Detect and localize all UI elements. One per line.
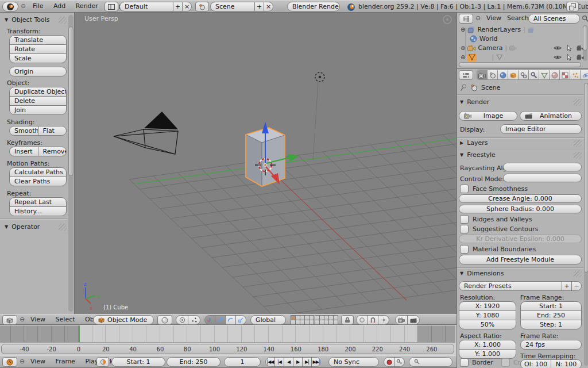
smooth-button[interactable]: Smooth: [9, 126, 38, 136]
layer-cell[interactable]: [310, 316, 314, 320]
layer-cell[interactable]: [300, 316, 304, 320]
panel-grip[interactable]: [59, 17, 67, 24]
translate-manipulator-toggle[interactable]: [215, 315, 226, 325]
selectable-cursor-icon[interactable]: [566, 45, 572, 52]
remove-preset-button[interactable]: −: [571, 281, 582, 291]
current-frame-field[interactable]: 1: [224, 357, 261, 367]
tab-world[interactable]: [497, 70, 508, 80]
tool-shelf-scrollbar[interactable]: [68, 26, 74, 176]
layer-cell[interactable]: [324, 316, 328, 320]
play-reverse-button[interactable]: ◀: [284, 357, 293, 367]
layer-cell[interactable]: [334, 320, 338, 324]
duplicate-window-button[interactable]: [566, 2, 579, 12]
remap-old-field[interactable]: Ol: 100: [520, 359, 551, 368]
tab-object-data[interactable]: [539, 70, 549, 80]
tab-texture[interactable]: [559, 70, 570, 80]
face-smoothness-checkbox[interactable]: [460, 185, 469, 193]
panel-grip[interactable]: [574, 140, 582, 147]
visibility-eye-icon[interactable]: [554, 55, 562, 60]
outliner-scope-selector[interactable]: All Scenes: [528, 14, 580, 24]
breadcrumb-scene[interactable]: Scene: [481, 84, 501, 91]
prev-keyframe-button[interactable]: |◀: [274, 357, 284, 367]
expand-icon[interactable]: ⊕: [461, 54, 465, 60]
autokey-mode-button[interactable]: [394, 357, 405, 367]
keying-set-selector[interactable]: [409, 357, 452, 367]
menu-select[interactable]: Select: [52, 314, 79, 325]
outliner-row-world[interactable]: World: [470, 34, 585, 43]
camera-object[interactable]: [114, 112, 178, 154]
resolution-percentage-slider[interactable]: 50%: [459, 320, 516, 329]
outliner-h-scrollbar[interactable]: [459, 62, 581, 67]
layer-cell[interactable]: [324, 320, 328, 324]
outliner-v-scrollbar[interactable]: [583, 25, 587, 51]
jump-to-start-button[interactable]: |◀◀: [265, 357, 275, 367]
mode-selector[interactable]: Object Mode: [93, 315, 154, 325]
duplicate-objects-button[interactable]: Duplicate Objects: [9, 87, 67, 97]
ridges-valleys-checkbox[interactable]: [460, 215, 469, 224]
layer-cell[interactable]: [291, 316, 295, 320]
panel-grip[interactable]: [574, 152, 582, 159]
join-button[interactable]: Join: [9, 105, 67, 115]
sync-mode-selector[interactable]: No Sync: [328, 357, 379, 367]
resolution-x-field[interactable]: X: 1920: [459, 301, 516, 311]
crease-angle-slider[interactable]: Crease Angle: 0.000: [459, 194, 582, 203]
collapse-menus-icon[interactable]: ⊖: [20, 316, 25, 323]
play-button[interactable]: ▶: [293, 357, 303, 367]
layer-cell[interactable]: [296, 316, 300, 320]
visibility-eye-icon[interactable]: [554, 45, 562, 51]
add-preset-button[interactable]: +: [562, 281, 572, 291]
snap-element-selector[interactable]: [378, 315, 389, 325]
tab-render[interactable]: [477, 70, 487, 80]
scale-button[interactable]: Scale: [9, 53, 67, 63]
suggestive-contours-checkbox[interactable]: [460, 225, 469, 233]
properties-scrollbar[interactable]: [584, 83, 588, 273]
layer-grid-2[interactable]: [315, 315, 338, 325]
layer-grid-1[interactable]: [291, 315, 314, 325]
screen-layout-icon-button[interactable]: [105, 2, 118, 12]
menu-view[interactable]: View: [26, 356, 49, 367]
menu-file[interactable]: File: [29, 1, 47, 12]
view-rotate-widget[interactable]: [443, 16, 451, 24]
pin-icon[interactable]: [460, 84, 467, 91]
delete-layout-button[interactable]: ×: [182, 2, 192, 12]
tab-object[interactable]: [508, 70, 518, 80]
layer-cell[interactable]: [315, 316, 319, 320]
tab-physics[interactable]: [580, 70, 588, 80]
proportional-edit-toggle[interactable]: [356, 315, 368, 325]
outliner-row-mesh[interactable]: ⊕ |: [461, 53, 584, 62]
add-scene-button[interactable]: +: [254, 2, 264, 12]
remove-keyframe-button[interactable]: Remove: [38, 147, 67, 156]
layer-cell[interactable]: [329, 320, 333, 324]
menu-add[interactable]: Add: [49, 1, 69, 12]
editor-type-button-3dview[interactable]: [2, 315, 17, 325]
layer-cell[interactable]: [296, 320, 300, 324]
snap-toggle[interactable]: [367, 315, 378, 325]
layer-cell[interactable]: [320, 320, 324, 324]
origin-button[interactable]: Origin: [9, 67, 67, 76]
tab-particles[interactable]: [570, 70, 580, 80]
menu-view[interactable]: View: [26, 314, 49, 325]
collapse-menus-icon[interactable]: ⊖: [20, 358, 25, 365]
collapse-menus-icon[interactable]: ⊖: [475, 14, 481, 22]
remap-new-field[interactable]: N: 100: [551, 359, 582, 368]
delete-scene-button[interactable]: ×: [264, 2, 273, 12]
frame-rate-selector[interactable]: 24 fps: [520, 340, 582, 350]
expand-icon[interactable]: ⊕: [461, 26, 465, 33]
rotate-manipulator-toggle[interactable]: [225, 315, 236, 325]
tab-constraints[interactable]: [518, 70, 528, 80]
viewport-shading-button[interactable]: [157, 315, 172, 325]
editor-type-button-outliner[interactable]: [459, 14, 473, 24]
calculate-paths-button[interactable]: Calculate Paths: [9, 167, 67, 177]
layer-cell[interactable]: [305, 316, 309, 320]
kr-epsilon-slider[interactable]: Kr Derivative Epsilon: 0.000: [459, 235, 582, 243]
tab-scene[interactable]: [487, 70, 497, 80]
scene-selector[interactable]: Scene: [210, 2, 255, 12]
panel-grip[interactable]: [574, 99, 582, 106]
screen-layout-selector[interactable]: Default: [119, 2, 173, 12]
render-engine-selector[interactable]: Blender Render: [287, 2, 340, 12]
jump-to-end-button[interactable]: ▶▶|: [311, 357, 321, 367]
frame-start-field[interactable]: Start: 1: [111, 357, 165, 367]
layers-panel-header[interactable]: ▶ Layers: [460, 139, 582, 147]
insert-keyframe-button[interactable]: Insert: [9, 147, 38, 156]
aspect-x-field[interactable]: X: 1.000: [459, 340, 516, 350]
